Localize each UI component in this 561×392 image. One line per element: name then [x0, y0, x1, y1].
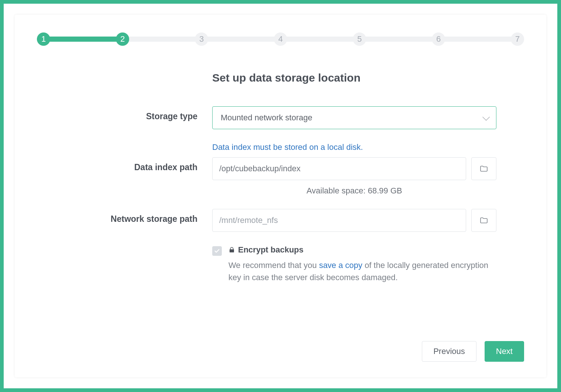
encrypt-row: Encrypt backups We recommend that you sa… [212, 245, 496, 283]
encrypt-label-line: Encrypt backups [228, 245, 494, 255]
label-col: Network storage path [37, 209, 212, 224]
network-storage-path-label: Network storage path [111, 214, 197, 224]
network-storage-path-input[interactable] [212, 209, 466, 232]
label-col: Storage type [37, 106, 212, 121]
available-space: Available space: 68.99 GB [212, 186, 496, 196]
network-path-input-row [212, 209, 496, 232]
lock-icon [228, 247, 235, 253]
row-storage-type: Storage type Mounted network storage [37, 106, 524, 129]
browse-network-path-button[interactable] [471, 209, 496, 232]
label-col: Data index path [37, 142, 212, 172]
row-network-storage-path: Network storage path [37, 209, 524, 232]
folder-icon [479, 216, 488, 225]
control-col: Mounted network storage [212, 106, 496, 129]
encrypt-checkbox[interactable] [212, 246, 222, 256]
page-title: Set up data storage location [212, 72, 524, 84]
index-path-helper: Data index must be stored on a local dis… [212, 142, 496, 152]
browse-index-path-button[interactable] [471, 157, 496, 180]
step-4: 4 [274, 32, 287, 46]
step-7: 7 [511, 32, 524, 46]
control-col: Data index must be stored on a local dis… [212, 142, 496, 196]
wizard-card: 1 2 3 4 5 6 7 Set up data storage locati… [15, 15, 546, 377]
label-col [37, 245, 212, 250]
chevron-down-icon [482, 113, 490, 121]
action-row: Previous Next [422, 341, 524, 362]
step-2[interactable]: 2 [116, 32, 129, 46]
data-index-path-input[interactable] [212, 157, 466, 180]
next-button[interactable]: Next [485, 341, 524, 362]
folder-icon [479, 164, 488, 173]
encrypt-text: Encrypt backups We recommend that you sa… [228, 245, 494, 283]
storage-type-select[interactable]: Mounted network storage [212, 106, 496, 129]
row-data-index-path: Data index path Data index must be store… [37, 142, 524, 196]
check-icon [214, 248, 220, 254]
step-5: 5 [353, 32, 366, 46]
storage-type-label: Storage type [146, 111, 197, 121]
step-6: 6 [432, 32, 445, 46]
encrypt-description: We recommend that you save a copy of the… [228, 259, 494, 283]
stepper: 1 2 3 4 5 6 7 [37, 32, 524, 46]
save-a-copy-link[interactable]: save a copy [319, 261, 362, 270]
app-frame: 1 2 3 4 5 6 7 Set up data storage locati… [0, 0, 561, 392]
available-space-value: 68.99 GB [368, 186, 402, 195]
encrypt-desc-pre: We recommend that you [228, 261, 319, 270]
available-space-label: Available space: [307, 186, 366, 195]
control-col: Encrypt backups We recommend that you sa… [212, 245, 496, 283]
step-1[interactable]: 1 [37, 32, 50, 46]
control-col [212, 209, 496, 232]
previous-button[interactable]: Previous [422, 341, 476, 362]
data-index-path-label: Data index path [134, 162, 197, 172]
storage-type-value: Mounted network storage [221, 113, 312, 123]
row-encrypt-backups: Encrypt backups We recommend that you sa… [37, 245, 524, 283]
step-3: 3 [195, 32, 208, 46]
encrypt-label: Encrypt backups [238, 245, 303, 255]
index-path-input-row [212, 157, 496, 180]
